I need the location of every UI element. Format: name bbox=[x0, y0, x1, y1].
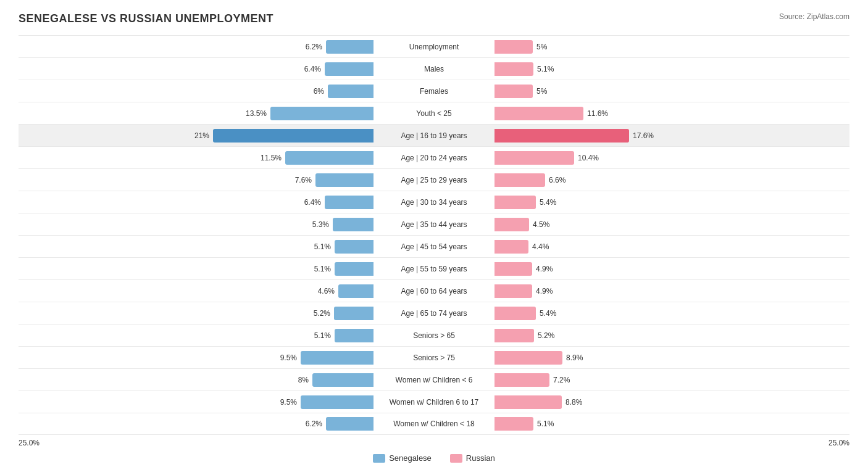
left-value: 13.5% bbox=[244, 109, 267, 118]
row-label: Seniors > 65 bbox=[378, 331, 490, 340]
header: SENEGALESE VS RUSSIAN UNEMPLOYMENT Sourc… bbox=[19, 12, 849, 25]
chart-row: 13.5% Youth < 25 11.6% bbox=[19, 102, 849, 124]
axis-right: 25.0% bbox=[828, 439, 849, 447]
chart-row: 6% Females 5% bbox=[19, 80, 849, 102]
right-section: 7.2% bbox=[490, 373, 849, 387]
right-value: 8.9% bbox=[566, 353, 588, 362]
right-bar bbox=[495, 262, 532, 276]
left-section: 4.6% bbox=[19, 284, 378, 298]
left-value: 5.2% bbox=[308, 309, 330, 318]
left-value: 5.3% bbox=[307, 220, 329, 229]
chart-row: 6.4% Males 5.1% bbox=[19, 57, 849, 80]
left-section: 5.3% bbox=[19, 218, 378, 231]
right-section: 5% bbox=[490, 40, 849, 54]
legend-senegalese: Senegalese bbox=[373, 453, 432, 463]
left-value: 4.6% bbox=[312, 287, 335, 295]
left-section: 11.5% bbox=[19, 151, 378, 165]
left-value: 6.2% bbox=[300, 419, 322, 428]
left-value: 5.1% bbox=[309, 331, 331, 340]
left-bar bbox=[325, 196, 373, 209]
left-section: 5.1% bbox=[19, 262, 378, 276]
legend-senegalese-box bbox=[373, 454, 385, 463]
right-value: 4.4% bbox=[532, 242, 554, 251]
right-value: 4.9% bbox=[536, 287, 558, 295]
right-section: 5.4% bbox=[490, 307, 849, 320]
row-label: Age | 60 to 64 years bbox=[378, 287, 490, 295]
right-bar bbox=[495, 307, 536, 320]
row-label: Women w/ Children < 6 bbox=[378, 376, 490, 384]
left-value: 9.5% bbox=[275, 398, 297, 407]
right-section: 4.9% bbox=[490, 262, 849, 276]
legend: Senegalese Russian bbox=[19, 453, 849, 463]
left-bar bbox=[312, 373, 373, 387]
left-value: 5.1% bbox=[309, 242, 331, 251]
right-section: 5.4% bbox=[490, 196, 849, 209]
left-section: 21% bbox=[19, 129, 378, 143]
chart-title: SENEGALESE VS RUSSIAN UNEMPLOYMENT bbox=[19, 12, 273, 25]
right-section: 4.4% bbox=[490, 240, 849, 254]
right-bar bbox=[495, 85, 533, 98]
legend-russian: Russian bbox=[450, 453, 495, 463]
right-bar bbox=[495, 40, 533, 54]
chart-row: 5.1% Age | 45 to 54 years 4.4% bbox=[19, 235, 849, 257]
right-bar bbox=[495, 107, 583, 120]
row-label: Age | 16 to 19 years bbox=[378, 131, 490, 140]
left-value: 6% bbox=[302, 87, 324, 96]
right-value: 5% bbox=[536, 43, 559, 51]
chart-row: 5.1% Seniors > 65 5.2% bbox=[19, 324, 849, 346]
right-bar bbox=[495, 151, 574, 165]
row-label: Females bbox=[378, 87, 490, 96]
left-bar bbox=[301, 351, 373, 365]
row-label: Age | 30 to 34 years bbox=[378, 198, 490, 207]
left-bar bbox=[334, 307, 373, 320]
right-section: 5% bbox=[490, 85, 849, 98]
left-section: 9.5% bbox=[19, 395, 378, 409]
right-value: 10.4% bbox=[578, 154, 600, 162]
left-value: 21% bbox=[187, 131, 209, 140]
chart-row: 6.4% Age | 30 to 34 years 5.4% bbox=[19, 191, 849, 213]
right-section: 6.6% bbox=[490, 173, 849, 187]
left-value: 6.4% bbox=[299, 198, 321, 207]
left-section: 13.5% bbox=[19, 107, 378, 120]
right-value: 5.4% bbox=[540, 198, 562, 207]
right-value: 5.1% bbox=[537, 419, 559, 428]
chart-row: 8% Women w/ Children < 6 7.2% bbox=[19, 368, 849, 391]
row-label: Age | 55 to 59 years bbox=[378, 265, 490, 273]
right-bar bbox=[495, 196, 536, 209]
chart-row: 5.1% Age | 55 to 59 years 4.9% bbox=[19, 257, 849, 279]
left-bar bbox=[301, 395, 373, 409]
left-bar bbox=[326, 40, 373, 54]
chart-row: 7.6% Age | 25 to 29 years 6.6% bbox=[19, 168, 849, 191]
left-value: 6.4% bbox=[299, 65, 321, 73]
chart-row: 5.2% Age | 65 to 74 years 5.4% bbox=[19, 302, 849, 324]
chart-row: 5.3% Age | 35 to 44 years 4.5% bbox=[19, 213, 849, 235]
right-value: 11.6% bbox=[587, 109, 609, 118]
right-value: 7.2% bbox=[553, 376, 575, 384]
right-bar bbox=[495, 218, 529, 231]
left-section: 8% bbox=[19, 373, 378, 387]
left-section: 6.4% bbox=[19, 62, 378, 76]
left-section: 5.2% bbox=[19, 307, 378, 320]
axis-row: 25.0% 25.0% bbox=[19, 439, 849, 447]
right-value: 4.9% bbox=[536, 265, 558, 273]
right-section: 5.1% bbox=[490, 417, 849, 431]
chart-row: 9.5% Seniors > 75 8.9% bbox=[19, 346, 849, 368]
right-value: 4.5% bbox=[533, 220, 555, 229]
right-section: 8.8% bbox=[490, 395, 849, 409]
left-bar bbox=[285, 151, 373, 165]
left-section: 9.5% bbox=[19, 351, 378, 365]
right-section: 8.9% bbox=[490, 351, 849, 365]
left-section: 6% bbox=[19, 85, 378, 98]
right-section: 4.9% bbox=[490, 284, 849, 298]
chart-area: 6.2% Unemployment 5% 6.4% Males 5.1% 6% … bbox=[19, 35, 849, 435]
right-bar bbox=[495, 329, 534, 342]
right-section: 5.1% bbox=[490, 62, 849, 76]
right-value: 17.6% bbox=[633, 131, 655, 140]
row-label: Seniors > 75 bbox=[378, 353, 490, 362]
row-label: Youth < 25 bbox=[378, 109, 490, 118]
left-value: 8% bbox=[286, 376, 309, 384]
row-label: Unemployment bbox=[378, 43, 490, 51]
chart-row: 6.2% Women w/ Children < 18 5.1% bbox=[19, 413, 849, 435]
left-section: 5.1% bbox=[19, 329, 378, 342]
row-label: Women w/ Children 6 to 17 bbox=[378, 398, 490, 407]
